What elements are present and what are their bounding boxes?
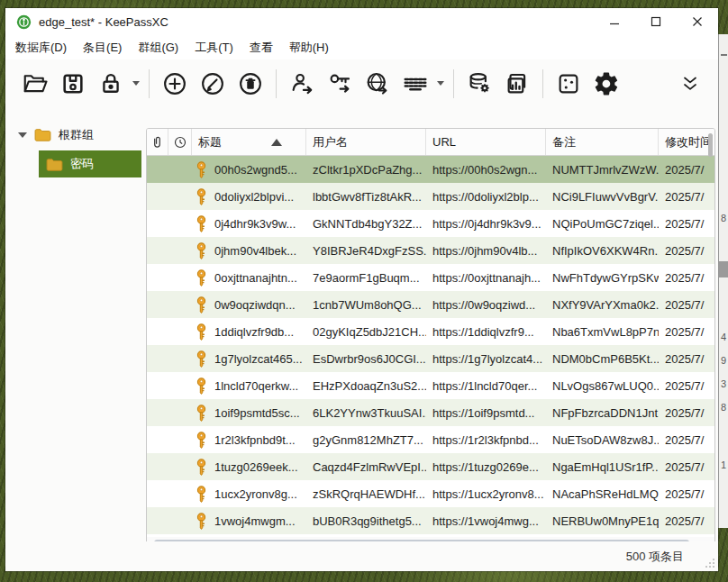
copy-password-button[interactable] bbox=[321, 65, 359, 103]
group-tree: 根群组 密码 bbox=[5, 107, 141, 541]
settings-button[interactable] bbox=[587, 65, 625, 103]
background-window-sliver: 8 4 9 3 8 1 bbox=[718, 34, 728, 528]
key-icon bbox=[195, 513, 208, 530]
toolbar-separator bbox=[542, 69, 543, 98]
lock-dropdown-caret[interactable] bbox=[130, 65, 142, 103]
key-icon bbox=[195, 486, 208, 503]
edit-entry-button[interactable] bbox=[194, 65, 232, 103]
table-row[interactable]: 0w9oqziwdqn...1cnb7WUm8ohQG...https://0w… bbox=[147, 291, 714, 318]
column-notes[interactable]: 备注 bbox=[546, 129, 659, 155]
copy-username-icon bbox=[288, 70, 315, 97]
close-button[interactable] bbox=[677, 8, 718, 35]
table-row[interactable]: 1g7lyolzcat465...EsDwrbr9os6J0CGI...http… bbox=[147, 345, 714, 372]
add-entry-icon bbox=[161, 70, 188, 97]
save-database-button[interactable] bbox=[54, 65, 92, 103]
vertical-scrollbar-thumb[interactable] bbox=[708, 133, 713, 157]
open-url-button[interactable] bbox=[359, 65, 396, 103]
table-row[interactable]: 1tuzg0269eek...Caqzd4FzlmRwVEpI...https:… bbox=[147, 453, 714, 480]
expand-toolbar-button[interactable] bbox=[671, 65, 709, 103]
table-row[interactable]: 1vwoj4mwgm...bUB0R3qg9ithetg5...https://… bbox=[147, 507, 714, 534]
table-row[interactable]: 1lncld70qerkw...EHzPXdoaqZn3uS2...https:… bbox=[147, 372, 714, 399]
column-username[interactable]: 用户名 bbox=[306, 129, 426, 155]
key-icon bbox=[195, 323, 208, 341]
group-root[interactable]: 根群组 bbox=[5, 123, 141, 146]
table-row[interactable]: 0jhm90v4lbek...Y8IBRJeR4DxgFzSS...https:… bbox=[147, 237, 714, 264]
reports-button[interactable] bbox=[498, 65, 536, 103]
key-icon bbox=[195, 377, 208, 395]
column-modified[interactable]: 修改时间 bbox=[659, 129, 714, 155]
table-row[interactable]: 0doliyxl2blpvi...lbbtGwv8fTiz8tAkR...htt… bbox=[147, 183, 714, 210]
table-row[interactable]: 0oxjttnanajhtn...7e9aormF1gBuqm...https:… bbox=[147, 264, 714, 291]
entry-table-body: 00h0s2wgnd5...zCltkr1pXDcPaZhg...https:/… bbox=[147, 156, 714, 534]
database-settings-button[interactable] bbox=[460, 65, 498, 103]
toolbar-separator bbox=[276, 69, 277, 98]
minimize-button[interactable] bbox=[594, 8, 635, 35]
database-settings-icon bbox=[466, 70, 493, 97]
maximize-button[interactable] bbox=[635, 8, 677, 35]
key-icon bbox=[195, 459, 208, 476]
table-row[interactable]: 1ucx2yronv8g...zSkRQrqHAEWDHf...https://… bbox=[147, 480, 714, 507]
entry-count: 500 项条目 bbox=[626, 549, 684, 565]
menubar: 数据库(D) 条目(E) 群组(G) 工具(T) 查看 帮助(H) bbox=[5, 35, 718, 59]
group-root-label: 根群组 bbox=[59, 127, 94, 143]
folder-icon bbox=[34, 128, 51, 141]
keepassxc-logo-icon bbox=[16, 14, 32, 30]
delete-entry-button[interactable] bbox=[232, 65, 269, 103]
settings-gear-icon bbox=[593, 70, 620, 97]
titlebar: edge_test* - KeePassXC bbox=[5, 8, 718, 35]
column-url[interactable]: URL bbox=[426, 129, 546, 155]
key-icon bbox=[195, 296, 208, 314]
column-attachment[interactable] bbox=[147, 129, 168, 155]
menu-database[interactable]: 数据库(D) bbox=[7, 36, 75, 59]
password-generator-dice-icon bbox=[555, 70, 582, 97]
copy-username-button[interactable] bbox=[283, 65, 321, 103]
resize-grip[interactable] bbox=[705, 558, 715, 568]
save-database-icon bbox=[60, 71, 86, 96]
entry-table: 标题 用户名 URL 备注 修改时间 00h0s2wgnd5...zCltkr1… bbox=[146, 128, 715, 550]
expand-chevron-icon bbox=[679, 73, 701, 95]
key-icon bbox=[195, 188, 208, 205]
lock-database-icon bbox=[98, 71, 123, 96]
edit-entry-icon bbox=[199, 70, 226, 97]
table-row[interactable]: 1r2l3kfpnbd9t...g2yGnm812MhZT7...https:/… bbox=[147, 426, 714, 453]
group-passwords-label: 密码 bbox=[70, 156, 94, 172]
keepassxc-window: edge_test* - KeePassXC 数据库(D) 条目(E) 群组(G… bbox=[5, 8, 718, 571]
folder-icon bbox=[46, 158, 63, 171]
key-icon bbox=[195, 432, 208, 449]
open-url-icon bbox=[364, 70, 391, 97]
toolbar-separator bbox=[453, 69, 454, 98]
table-row[interactable]: 1ddiqlvzfr9db...02gyKIqZ5dbJ21CH...https… bbox=[147, 318, 714, 345]
clock-icon bbox=[174, 136, 187, 149]
key-icon bbox=[195, 161, 208, 178]
copy-password-icon bbox=[326, 70, 353, 97]
menu-tools[interactable]: 工具(T) bbox=[187, 36, 241, 59]
lock-database-button[interactable] bbox=[92, 65, 130, 103]
table-row[interactable]: 00h0s2wgnd5...zCltkr1pXDcPaZhg...https:/… bbox=[147, 156, 714, 183]
password-generator-button[interactable] bbox=[550, 65, 587, 103]
reports-icon bbox=[504, 70, 531, 97]
delete-entry-icon bbox=[237, 70, 264, 97]
key-icon bbox=[195, 242, 208, 259]
autotype-button[interactable] bbox=[396, 65, 434, 103]
group-passwords[interactable]: 密码 bbox=[39, 150, 141, 177]
menu-help[interactable]: 帮助(H) bbox=[281, 36, 337, 59]
menu-view[interactable]: 查看 bbox=[241, 36, 281, 59]
autotype-dropdown-caret[interactable] bbox=[434, 65, 447, 103]
sort-ascending-icon bbox=[271, 139, 282, 146]
paperclip-icon bbox=[151, 135, 163, 150]
key-icon bbox=[195, 269, 208, 286]
toolbar-separator bbox=[149, 69, 150, 98]
toolbar bbox=[5, 59, 718, 107]
menu-entries[interactable]: 条目(E) bbox=[75, 36, 130, 59]
table-row[interactable]: 0j4dhr9k3v9w...GkNNTdb4bgY32Z...https://… bbox=[147, 210, 714, 237]
expander-icon[interactable] bbox=[18, 132, 27, 138]
column-expires[interactable] bbox=[168, 129, 192, 155]
menu-groups[interactable]: 群组(G) bbox=[130, 36, 187, 59]
statusbar: 500 项条目 bbox=[5, 541, 718, 571]
table-header: 标题 用户名 URL 备注 修改时间 bbox=[147, 129, 714, 156]
autotype-keyboard-icon bbox=[402, 70, 429, 97]
add-entry-button[interactable] bbox=[156, 65, 194, 103]
table-row[interactable]: 1oif9psmtd5sc...6LK2YYnw3TkuuSAI...https… bbox=[147, 399, 714, 426]
open-database-button[interactable] bbox=[16, 65, 54, 103]
column-title[interactable]: 标题 bbox=[192, 129, 306, 155]
